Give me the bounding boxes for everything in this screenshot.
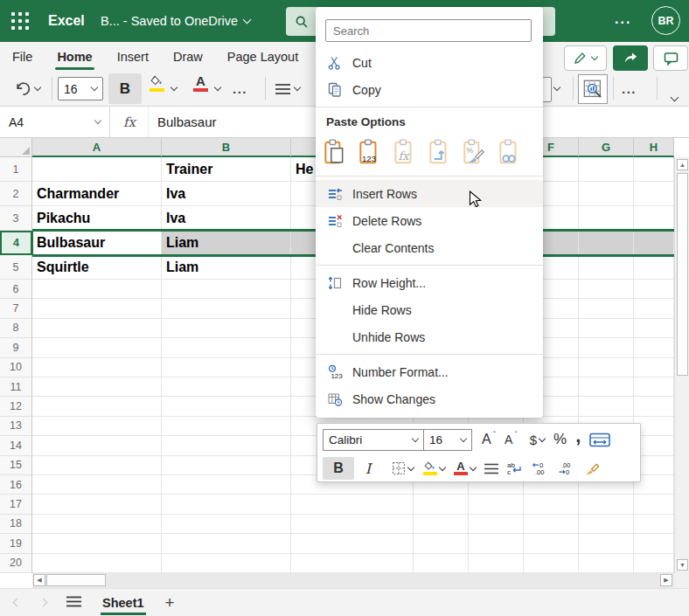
cell-H8[interactable] (634, 319, 674, 338)
cell-F19[interactable] (524, 534, 579, 553)
row-header-4[interactable]: 4 (0, 231, 32, 255)
cell-B15[interactable] (162, 456, 291, 475)
cell-G11[interactable] (579, 377, 634, 397)
paste-formulas-button[interactable]: fx (392, 136, 416, 168)
cell-C17[interactable] (291, 495, 414, 514)
row-header-7[interactable]: 7 (0, 299, 32, 318)
cell-C18[interactable] (291, 515, 414, 534)
cell-H3[interactable] (634, 206, 674, 231)
borders-button[interactable] (387, 457, 418, 480)
cell-E20[interactable] (469, 554, 524, 573)
cell-G5[interactable] (579, 255, 634, 280)
cell-H6[interactable] (634, 280, 674, 299)
cell-H4[interactable] (634, 231, 674, 255)
formula-input[interactable]: Bulbasaur (157, 107, 217, 137)
row-header-14[interactable]: 14 (0, 436, 32, 455)
font-size-select[interactable]: 16 (58, 77, 103, 100)
menu-item-show-changes[interactable]: Show Changes (316, 385, 543, 412)
context-menu-search-input[interactable] (326, 24, 531, 38)
cell-A7[interactable] (32, 299, 162, 318)
format-painter-button[interactable] (580, 457, 604, 480)
ribbon-overflow-button[interactable]: ... (622, 71, 637, 107)
menu-item-copy[interactable]: Copy (316, 76, 543, 103)
column-header-G[interactable]: G (579, 138, 634, 157)
cell-D18[interactable] (414, 515, 469, 534)
cell-A1[interactable] (32, 157, 162, 182)
cell-H11[interactable] (634, 377, 674, 397)
row-header-13[interactable]: 13 (0, 417, 32, 436)
cell-A14[interactable] (32, 436, 162, 455)
scroll-down-button[interactable]: ▼ (677, 559, 688, 571)
fill-color-button[interactable] (149, 75, 164, 103)
tab-file[interactable]: File (0, 42, 45, 71)
cell-B17[interactable] (162, 495, 291, 514)
cell-A12[interactable] (32, 397, 162, 416)
cell-H10[interactable] (634, 358, 674, 377)
cell-B11[interactable] (162, 377, 291, 397)
cell-C20[interactable] (291, 554, 414, 573)
cell-A6[interactable] (32, 280, 162, 299)
row-header-3[interactable]: 3 (0, 206, 32, 231)
cell-A8[interactable] (32, 319, 162, 338)
menu-item-delete-rows[interactable]: Delete Rows (316, 207, 543, 234)
increase-decimal-button[interactable]: 0 .00 (527, 457, 553, 480)
row-header-10[interactable]: 10 (0, 358, 32, 377)
analyze-data-button[interactable] (578, 74, 608, 104)
row-header-8[interactable]: 8 (0, 319, 32, 338)
cell-B2[interactable]: Iva (162, 182, 291, 206)
cell-D17[interactable] (414, 495, 469, 514)
cell-H1[interactable] (634, 157, 674, 182)
cell-G17[interactable] (579, 495, 634, 514)
horizontal-scrollbar[interactable]: ◀ ▶ (32, 573, 674, 588)
cell-G9[interactable] (579, 338, 634, 357)
document-title[interactable]: B... - Saved to OneDrive (101, 0, 250, 42)
italic-button-mini[interactable]: I (354, 457, 382, 480)
paste-values-button[interactable]: 123 (357, 136, 381, 168)
cell-A17[interactable] (32, 495, 162, 514)
cell-A3[interactable]: Pikachu (32, 206, 162, 231)
wrap-text-button[interactable]: ab c (503, 457, 527, 480)
column-header-A[interactable]: A (32, 138, 162, 157)
cell-H18[interactable] (634, 515, 674, 534)
vertical-scrollbar[interactable]: ▲ ▼ (674, 157, 689, 573)
bold-button-mini[interactable]: B (323, 457, 354, 480)
row-header-19[interactable]: 19 (0, 534, 32, 553)
row-header-15[interactable]: 15 (0, 456, 32, 475)
fill-color-dropdown[interactable] (171, 71, 177, 107)
alignment-button-mini[interactable] (480, 457, 503, 480)
cell-H5[interactable] (634, 255, 674, 280)
font-group-overflow-button[interactable]: ... (233, 71, 247, 107)
fill-color-button-mini[interactable] (418, 457, 449, 480)
cell-C19[interactable] (291, 534, 414, 553)
row-header-9[interactable]: 9 (0, 338, 32, 357)
cell-B4[interactable]: Liam (162, 231, 291, 255)
cell-G2[interactable] (579, 182, 634, 206)
font-color-button-mini[interactable]: A (449, 457, 480, 480)
cell-A19[interactable] (32, 534, 162, 553)
cell-E17[interactable] (469, 495, 524, 514)
horizontal-scroll-thumb[interactable] (46, 574, 106, 586)
cell-A13[interactable] (32, 417, 162, 436)
cell-A4[interactable]: Bulbasaur (32, 231, 162, 255)
tab-insert[interactable]: Insert (105, 42, 161, 71)
cell-F20[interactable] (524, 554, 579, 573)
cell-A20[interactable] (32, 554, 162, 573)
next-sheet-button[interactable] (37, 597, 49, 609)
row-header-2[interactable]: 2 (0, 182, 32, 206)
cell-A2[interactable]: Charmander (32, 182, 162, 206)
cell-B16[interactable] (162, 475, 291, 495)
accounting-format-button[interactable]: $ (525, 428, 549, 451)
cell-G12[interactable] (579, 397, 634, 416)
menu-item-clear-contents[interactable]: Clear Contents (316, 234, 543, 261)
menu-item-insert-rows[interactable]: Insert Rows (316, 180, 543, 207)
percent-format-button[interactable]: % (549, 428, 571, 451)
cell-B10[interactable] (162, 358, 291, 377)
menu-item-row-height[interactable]: Row Height... (316, 269, 543, 296)
column-header-H[interactable]: H (634, 138, 674, 157)
share-button[interactable] (613, 45, 648, 71)
cell-B5[interactable]: Liam (162, 255, 291, 280)
row-header-5[interactable]: 5 (0, 255, 32, 280)
column-header-B[interactable]: B (162, 138, 291, 157)
fx-button[interactable]: fx (111, 107, 149, 137)
font-color-dropdown[interactable] (215, 71, 220, 107)
